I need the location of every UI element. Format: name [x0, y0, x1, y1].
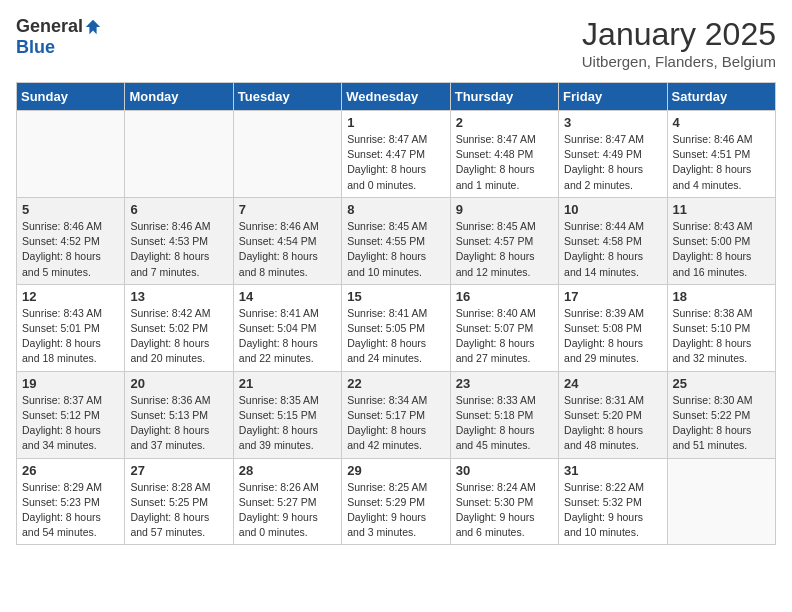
day-number: 19 — [22, 376, 119, 391]
svg-marker-0 — [86, 19, 100, 33]
table-row — [17, 111, 125, 198]
col-friday: Friday — [559, 83, 667, 111]
day-number: 12 — [22, 289, 119, 304]
day-number: 26 — [22, 463, 119, 478]
day-info: Sunrise: 8:47 AMSunset: 4:48 PMDaylight:… — [456, 132, 553, 193]
table-row — [125, 111, 233, 198]
page-header: General Blue January 2025 Uitbergen, Fla… — [16, 16, 776, 70]
day-info: Sunrise: 8:33 AMSunset: 5:18 PMDaylight:… — [456, 393, 553, 454]
day-number: 15 — [347, 289, 444, 304]
calendar-week-row: 26Sunrise: 8:29 AMSunset: 5:23 PMDayligh… — [17, 458, 776, 545]
table-row — [233, 111, 341, 198]
day-number: 7 — [239, 202, 336, 217]
day-info: Sunrise: 8:28 AMSunset: 5:25 PMDaylight:… — [130, 480, 227, 541]
day-number: 23 — [456, 376, 553, 391]
table-row: 23Sunrise: 8:33 AMSunset: 5:18 PMDayligh… — [450, 371, 558, 458]
day-info: Sunrise: 8:31 AMSunset: 5:20 PMDaylight:… — [564, 393, 661, 454]
day-info: Sunrise: 8:46 AMSunset: 4:53 PMDaylight:… — [130, 219, 227, 280]
calendar-week-row: 1Sunrise: 8:47 AMSunset: 4:47 PMDaylight… — [17, 111, 776, 198]
table-row: 8Sunrise: 8:45 AMSunset: 4:55 PMDaylight… — [342, 197, 450, 284]
day-info: Sunrise: 8:40 AMSunset: 5:07 PMDaylight:… — [456, 306, 553, 367]
day-number: 22 — [347, 376, 444, 391]
day-info: Sunrise: 8:30 AMSunset: 5:22 PMDaylight:… — [673, 393, 770, 454]
day-number: 27 — [130, 463, 227, 478]
location-text: Uitbergen, Flanders, Belgium — [582, 53, 776, 70]
col-monday: Monday — [125, 83, 233, 111]
day-number: 4 — [673, 115, 770, 130]
day-info: Sunrise: 8:37 AMSunset: 5:12 PMDaylight:… — [22, 393, 119, 454]
table-row: 14Sunrise: 8:41 AMSunset: 5:04 PMDayligh… — [233, 284, 341, 371]
day-info: Sunrise: 8:46 AMSunset: 4:54 PMDaylight:… — [239, 219, 336, 280]
day-number: 3 — [564, 115, 661, 130]
day-number: 20 — [130, 376, 227, 391]
day-number: 18 — [673, 289, 770, 304]
day-info: Sunrise: 8:45 AMSunset: 4:57 PMDaylight:… — [456, 219, 553, 280]
day-number: 9 — [456, 202, 553, 217]
day-info: Sunrise: 8:46 AMSunset: 4:51 PMDaylight:… — [673, 132, 770, 193]
month-title: January 2025 — [582, 16, 776, 53]
logo-icon — [84, 18, 102, 36]
day-info: Sunrise: 8:47 AMSunset: 4:49 PMDaylight:… — [564, 132, 661, 193]
day-info: Sunrise: 8:42 AMSunset: 5:02 PMDaylight:… — [130, 306, 227, 367]
table-row: 25Sunrise: 8:30 AMSunset: 5:22 PMDayligh… — [667, 371, 775, 458]
day-number: 14 — [239, 289, 336, 304]
day-number: 24 — [564, 376, 661, 391]
table-row: 26Sunrise: 8:29 AMSunset: 5:23 PMDayligh… — [17, 458, 125, 545]
table-row: 1Sunrise: 8:47 AMSunset: 4:47 PMDaylight… — [342, 111, 450, 198]
day-number: 5 — [22, 202, 119, 217]
table-row: 30Sunrise: 8:24 AMSunset: 5:30 PMDayligh… — [450, 458, 558, 545]
table-row — [667, 458, 775, 545]
table-row: 24Sunrise: 8:31 AMSunset: 5:20 PMDayligh… — [559, 371, 667, 458]
day-number: 2 — [456, 115, 553, 130]
day-info: Sunrise: 8:29 AMSunset: 5:23 PMDaylight:… — [22, 480, 119, 541]
table-row: 3Sunrise: 8:47 AMSunset: 4:49 PMDaylight… — [559, 111, 667, 198]
day-number: 29 — [347, 463, 444, 478]
logo-general-text: General — [16, 16, 83, 37]
day-info: Sunrise: 8:45 AMSunset: 4:55 PMDaylight:… — [347, 219, 444, 280]
table-row: 2Sunrise: 8:47 AMSunset: 4:48 PMDaylight… — [450, 111, 558, 198]
day-info: Sunrise: 8:43 AMSunset: 5:00 PMDaylight:… — [673, 219, 770, 280]
day-number: 25 — [673, 376, 770, 391]
day-info: Sunrise: 8:47 AMSunset: 4:47 PMDaylight:… — [347, 132, 444, 193]
day-info: Sunrise: 8:39 AMSunset: 5:08 PMDaylight:… — [564, 306, 661, 367]
day-info: Sunrise: 8:22 AMSunset: 5:32 PMDaylight:… — [564, 480, 661, 541]
table-row: 12Sunrise: 8:43 AMSunset: 5:01 PMDayligh… — [17, 284, 125, 371]
day-info: Sunrise: 8:46 AMSunset: 4:52 PMDaylight:… — [22, 219, 119, 280]
day-number: 11 — [673, 202, 770, 217]
day-info: Sunrise: 8:44 AMSunset: 4:58 PMDaylight:… — [564, 219, 661, 280]
table-row: 22Sunrise: 8:34 AMSunset: 5:17 PMDayligh… — [342, 371, 450, 458]
day-number: 8 — [347, 202, 444, 217]
day-number: 21 — [239, 376, 336, 391]
calendar-table: Sunday Monday Tuesday Wednesday Thursday… — [16, 82, 776, 545]
day-number: 17 — [564, 289, 661, 304]
table-row: 5Sunrise: 8:46 AMSunset: 4:52 PMDaylight… — [17, 197, 125, 284]
day-info: Sunrise: 8:34 AMSunset: 5:17 PMDaylight:… — [347, 393, 444, 454]
table-row: 28Sunrise: 8:26 AMSunset: 5:27 PMDayligh… — [233, 458, 341, 545]
col-tuesday: Tuesday — [233, 83, 341, 111]
day-number: 13 — [130, 289, 227, 304]
table-row: 13Sunrise: 8:42 AMSunset: 5:02 PMDayligh… — [125, 284, 233, 371]
table-row: 19Sunrise: 8:37 AMSunset: 5:12 PMDayligh… — [17, 371, 125, 458]
day-info: Sunrise: 8:26 AMSunset: 5:27 PMDaylight:… — [239, 480, 336, 541]
day-number: 30 — [456, 463, 553, 478]
day-info: Sunrise: 8:43 AMSunset: 5:01 PMDaylight:… — [22, 306, 119, 367]
day-info: Sunrise: 8:35 AMSunset: 5:15 PMDaylight:… — [239, 393, 336, 454]
table-row: 20Sunrise: 8:36 AMSunset: 5:13 PMDayligh… — [125, 371, 233, 458]
table-row: 15Sunrise: 8:41 AMSunset: 5:05 PMDayligh… — [342, 284, 450, 371]
table-row: 27Sunrise: 8:28 AMSunset: 5:25 PMDayligh… — [125, 458, 233, 545]
col-wednesday: Wednesday — [342, 83, 450, 111]
table-row: 4Sunrise: 8:46 AMSunset: 4:51 PMDaylight… — [667, 111, 775, 198]
table-row: 10Sunrise: 8:44 AMSunset: 4:58 PMDayligh… — [559, 197, 667, 284]
calendar-header-row: Sunday Monday Tuesday Wednesday Thursday… — [17, 83, 776, 111]
calendar-week-row: 12Sunrise: 8:43 AMSunset: 5:01 PMDayligh… — [17, 284, 776, 371]
logo-blue-text: Blue — [16, 37, 55, 58]
day-number: 6 — [130, 202, 227, 217]
day-info: Sunrise: 8:36 AMSunset: 5:13 PMDaylight:… — [130, 393, 227, 454]
table-row: 7Sunrise: 8:46 AMSunset: 4:54 PMDaylight… — [233, 197, 341, 284]
day-number: 10 — [564, 202, 661, 217]
col-thursday: Thursday — [450, 83, 558, 111]
col-saturday: Saturday — [667, 83, 775, 111]
day-info: Sunrise: 8:41 AMSunset: 5:05 PMDaylight:… — [347, 306, 444, 367]
day-number: 31 — [564, 463, 661, 478]
day-info: Sunrise: 8:24 AMSunset: 5:30 PMDaylight:… — [456, 480, 553, 541]
